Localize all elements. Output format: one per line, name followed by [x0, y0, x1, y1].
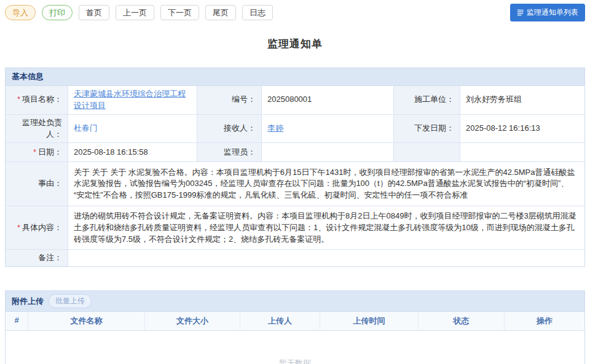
supervision-head-link[interactable]: 杜春门 [74, 123, 98, 134]
number-value: 2025080001 [262, 86, 394, 115]
date-label: * 日期： [6, 143, 68, 162]
receiver-value: 李婷 [262, 115, 394, 144]
receiver-label: 接收人： [197, 115, 262, 144]
attachments-header: 附件上传 批量上传 [6, 291, 584, 312]
construction-unit-label: 施工单位： [394, 86, 460, 115]
col-actions: 操作 [505, 312, 584, 330]
required-marker: * [33, 147, 36, 158]
remark-label: 备注： [6, 250, 68, 266]
col-index: # [6, 312, 28, 330]
list-icon [517, 9, 524, 16]
supervisor-value [262, 143, 394, 162]
basic-info-grid: * 项目名称： 天津蒙城县水环境综合治理工程设计项目 编号： 202508000… [6, 86, 584, 266]
empty-label-cell [394, 143, 460, 162]
log-button[interactable]: 日志 [242, 5, 273, 20]
batch-upload-button[interactable]: 批量上传 [49, 294, 92, 308]
col-upload-time: 上传时间 [320, 312, 419, 330]
reason-value: 关于 关于 关于 水泥复验不合格。内容：本项目监理机构于6月15日下午1431时… [68, 162, 584, 206]
supervision-head-value: 杜春门 [68, 115, 197, 144]
notice-list-button[interactable]: 监理通知单列表 [510, 4, 585, 21]
basic-info-title: 基本信息 [12, 71, 44, 82]
supervisor-label: 监理员： [197, 143, 262, 162]
col-uploader: 上传人 [240, 312, 320, 330]
page-title: 监理通知单 [0, 37, 590, 51]
empty-value-cell [460, 143, 584, 162]
date-value: 2025-08-18 16:15:58 [68, 143, 197, 162]
issue-date-label: 下发日期： [394, 115, 460, 144]
basic-info-panel: 基本信息 * 项目名称： 天津蒙城县水环境综合治理工程设计项目 编号： 2025… [5, 68, 585, 267]
next-page-button[interactable]: 下一页 [160, 5, 199, 20]
content-label: * 具体内容： [6, 206, 68, 250]
reason-label: 事由： [6, 162, 68, 206]
basic-info-header: 基本信息 [6, 68, 584, 86]
receiver-link[interactable]: 李婷 [267, 123, 283, 134]
project-name-label: * 项目名称： [6, 86, 68, 115]
prev-page-button[interactable]: 上一页 [116, 5, 154, 20]
number-label: 编号： [197, 86, 262, 115]
print-button[interactable]: 打印 [42, 5, 73, 20]
project-name-link[interactable]: 天津蒙城县水环境综合治理工程设计项目 [74, 88, 191, 112]
supervision-head-label: 监理处负责人： [6, 115, 68, 144]
attachments-empty-area: 暂无数据 [6, 331, 584, 364]
home-page-button[interactable]: 首页 [79, 5, 109, 20]
construction-unit-value: 刘永好劳务班组 [460, 86, 584, 115]
attachments-title: 附件上传 [12, 296, 44, 307]
col-status: 状态 [419, 312, 505, 330]
attachments-panel: 附件上传 批量上传 # 文件名称 文件大小 上传人 上传时间 状态 操作 暂无数… [5, 290, 585, 364]
issue-date-value: 2025-08-12 16:16:13 [460, 115, 584, 144]
content-value: 进场的砌筑用砖不符合设计规定，无备案证明资料。内容：本项目监理机构于8月2日上午… [68, 206, 584, 250]
last-page-button[interactable]: 尾页 [205, 5, 236, 20]
col-file-size: 文件大小 [145, 312, 240, 330]
attachments-table-header: # 文件名称 文件大小 上传人 上传时间 状态 操作 [6, 312, 584, 331]
required-marker: * [17, 94, 20, 106]
remark-value [68, 250, 584, 266]
toolbar: 导入 打印 首页 上一页 下一页 尾页 日志 监理通知单列表 [0, 0, 590, 25]
col-file-name: 文件名称 [28, 312, 145, 330]
project-name-value: 天津蒙城县水环境综合治理工程设计项目 [68, 86, 197, 115]
import-button[interactable]: 导入 [5, 5, 36, 20]
empty-data-text: 暂无数据 [279, 358, 311, 364]
required-marker: * [17, 222, 20, 234]
notice-list-button-label: 监理通知单列表 [527, 7, 578, 18]
